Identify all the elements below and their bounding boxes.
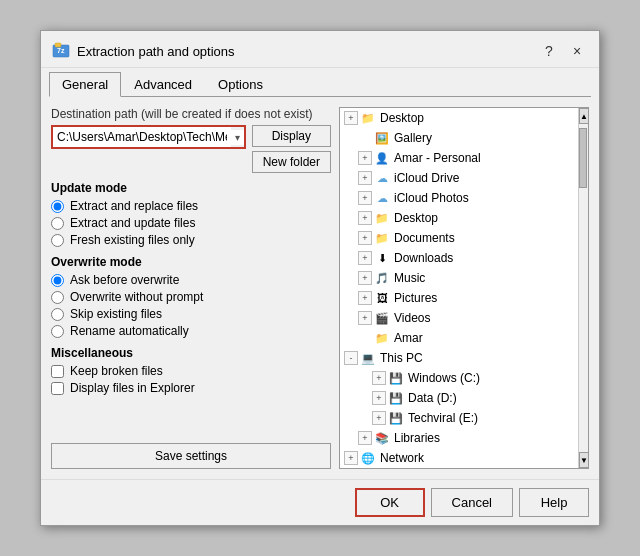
music-icon: 🎵	[374, 270, 390, 286]
tree-item-gallery[interactable]: 🖼️ Gallery	[340, 128, 578, 148]
libraries-icon: 📚	[374, 430, 390, 446]
miscellaneous-options: Keep broken files Display files in Explo…	[51, 364, 331, 395]
update-mode-options: Extract and replace files Extract and up…	[51, 199, 331, 247]
destination-input[interactable]	[53, 127, 231, 147]
tree-content: + 📁 Desktop 🖼️ Gallery + 👤 Amar -	[340, 108, 578, 468]
overwrite-mode-label: Overwrite mode	[51, 255, 331, 269]
expand-techviral-e[interactable]: +	[372, 411, 386, 425]
ok-btn[interactable]: OK	[355, 488, 425, 517]
help-footer-btn[interactable]: Help	[519, 488, 589, 517]
expand-icloud-drive[interactable]: +	[358, 171, 372, 185]
tree-scrollbar[interactable]: ▲ ▼	[578, 108, 588, 468]
expand-videos[interactable]: +	[358, 311, 372, 325]
tree-item-libraries[interactable]: + 📚 Libraries	[340, 428, 578, 448]
checkbox-keep-broken[interactable]: Keep broken files	[51, 364, 331, 378]
scroll-down[interactable]: ▼	[579, 452, 589, 468]
tree-item-music[interactable]: + 🎵 Music	[340, 268, 578, 288]
tree-item-documents[interactable]: + 📁 Documents	[340, 228, 578, 248]
tree-inner: + 📁 Desktop 🖼️ Gallery + 👤 Amar -	[340, 108, 588, 468]
tree-item-desktop[interactable]: + 📁 Desktop	[340, 108, 578, 128]
icloud-icon: ☁	[374, 170, 390, 186]
title-bar: 7z Extraction path and options ? ×	[41, 31, 599, 68]
radio-overwrite-no-prompt[interactable]: Overwrite without prompt	[51, 290, 331, 304]
tab-general[interactable]: General	[49, 72, 121, 97]
expand-desktop[interactable]: +	[344, 111, 358, 125]
radio-ask-before[interactable]: Ask before overwrite	[51, 273, 331, 287]
tree-item-desktop-nested[interactable]: + 📁 Desktop	[340, 208, 578, 228]
drive-windows-icon: 💾	[388, 370, 404, 386]
update-mode-section: Update mode Extract and replace files Ex…	[51, 181, 331, 247]
title-controls: ? ×	[537, 39, 589, 63]
tree-panel: + 📁 Desktop 🖼️ Gallery + 👤 Amar -	[339, 107, 589, 469]
cancel-btn[interactable]: Cancel	[431, 488, 513, 517]
radio-skip-existing[interactable]: Skip existing files	[51, 307, 331, 321]
tab-options[interactable]: Options	[205, 72, 276, 96]
expand-downloads[interactable]: +	[358, 251, 372, 265]
expand-desktop-nested[interactable]: +	[358, 211, 372, 225]
tree-item-pictures[interactable]: + 🖼 Pictures	[340, 288, 578, 308]
tab-advanced[interactable]: Advanced	[121, 72, 205, 96]
expand-this-pc[interactable]: -	[344, 351, 358, 365]
tree-item-data-d[interactable]: + 💾 Data (D:)	[340, 388, 578, 408]
destination-label: Destination path (will be created if doe…	[51, 107, 331, 121]
pictures-icon: 🖼	[374, 290, 390, 306]
expand-libraries[interactable]: +	[358, 431, 372, 445]
radio-fresh-existing[interactable]: Fresh existing files only	[51, 233, 331, 247]
tree-item-amar-personal[interactable]: + 👤 Amar - Personal	[340, 148, 578, 168]
expand-documents[interactable]: +	[358, 231, 372, 245]
radio-extract-replace[interactable]: Extract and replace files	[51, 199, 331, 213]
scroll-up[interactable]: ▲	[579, 108, 589, 124]
tree-item-videos[interactable]: + 🎬 Videos	[340, 308, 578, 328]
tree-item-network[interactable]: + 🌐 Network	[340, 448, 578, 468]
footer: OK Cancel Help	[41, 479, 599, 525]
expand-music[interactable]: +	[358, 271, 372, 285]
update-mode-label: Update mode	[51, 181, 331, 195]
right-buttons: Display New folder	[252, 125, 331, 173]
overwrite-mode-section: Overwrite mode Ask before overwrite Over…	[51, 255, 331, 338]
tree-item-techviral-e[interactable]: + 💾 Techviral (E:)	[340, 408, 578, 428]
left-panel: Destination path (will be created if doe…	[51, 107, 331, 469]
tree-item-windows-c[interactable]: + 💾 Windows (C:)	[340, 368, 578, 388]
expand-network[interactable]: +	[344, 451, 358, 465]
expand-pictures[interactable]: +	[358, 291, 372, 305]
scroll-thumb[interactable]	[579, 128, 587, 188]
drive-data-icon: 💾	[388, 390, 404, 406]
overwrite-mode-options: Ask before overwrite Overwrite without p…	[51, 273, 331, 338]
downloads-icon: ⬇	[374, 250, 390, 266]
tree-item-amar[interactable]: 📁 Amar	[340, 328, 578, 348]
folder-icon: 📁	[360, 110, 376, 126]
tree-item-icloud-drive[interactable]: + ☁ iCloud Drive	[340, 168, 578, 188]
destination-dropdown-btn[interactable]: ▾	[231, 130, 244, 145]
tab-list: General Advanced Options	[41, 68, 599, 96]
radio-rename-auto[interactable]: Rename automatically	[51, 324, 331, 338]
expand-windows-c[interactable]: +	[372, 371, 386, 385]
folder-documents-icon: 📁	[374, 230, 390, 246]
dialog-icon: 7z	[51, 41, 71, 61]
close-btn[interactable]: ×	[565, 39, 589, 63]
expand-data-d[interactable]: +	[372, 391, 386, 405]
extraction-dialog: 7z Extraction path and options ? × Gener…	[40, 30, 600, 526]
save-settings-btn[interactable]: Save settings	[51, 443, 331, 469]
new-folder-btn[interactable]: New folder	[252, 151, 331, 173]
folder-desktop-icon: 📁	[374, 210, 390, 226]
gallery-icon: 🖼️	[374, 130, 390, 146]
expand-amar-personal[interactable]: +	[358, 151, 372, 165]
tree-item-this-pc[interactable]: - 💻 This PC	[340, 348, 578, 368]
svg-text:7z: 7z	[57, 47, 65, 54]
main-content: Destination path (will be created if doe…	[41, 97, 599, 479]
expand-icloud-photos[interactable]: +	[358, 191, 372, 205]
checkbox-display-files[interactable]: Display files in Explorer	[51, 381, 331, 395]
drive-techviral-icon: 💾	[388, 410, 404, 426]
radio-extract-update[interactable]: Extract and update files	[51, 216, 331, 230]
icloud-photos-icon: ☁	[374, 190, 390, 206]
dialog-title: Extraction path and options	[77, 44, 531, 59]
tabs-container: General Advanced Options	[41, 68, 599, 97]
display-btn[interactable]: Display	[252, 125, 331, 147]
help-title-btn[interactable]: ?	[537, 39, 561, 63]
tree-item-downloads[interactable]: + ⬇ Downloads	[340, 248, 578, 268]
save-btn-row: Save settings	[51, 435, 331, 469]
miscellaneous-section: Miscellaneous Keep broken files Display …	[51, 346, 331, 395]
videos-icon: 🎬	[374, 310, 390, 326]
miscellaneous-label: Miscellaneous	[51, 346, 331, 360]
tree-item-icloud-photos[interactable]: + ☁ iCloud Photos	[340, 188, 578, 208]
